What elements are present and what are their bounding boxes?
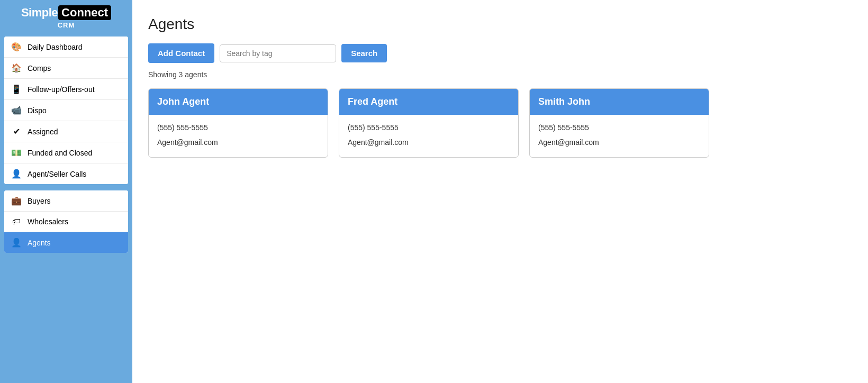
- sidebar-item-dispo[interactable]: 📹Dispo: [4, 100, 128, 121]
- dispo-icon: 📹: [11, 105, 22, 115]
- follow-up-icon: 📱: [11, 84, 22, 94]
- sidebar-item-comps[interactable]: 🏠Comps: [4, 58, 128, 79]
- sidebar-item-funded-closed[interactable]: 💵Funded and Closed: [4, 142, 128, 163]
- add-contact-button[interactable]: Add Contact: [148, 43, 214, 63]
- logo-box: SimpleConnect: [21, 5, 111, 20]
- sidebar-item-label: Buyers: [28, 197, 51, 205]
- agents-icon: 👤: [11, 238, 22, 248]
- sidebar-item-follow-up[interactable]: 📱Follow-up/Offers-out: [4, 79, 128, 100]
- sidebar-item-assigned[interactable]: ✔Assigned: [4, 121, 128, 142]
- sidebar-item-wholesalers[interactable]: 🏷Wholesalers: [4, 212, 128, 232]
- agent-card-body: (555) 555-5555 Agent@gmail.com: [149, 115, 328, 157]
- sidebar-item-daily-dashboard[interactable]: 🎨Daily Dashboard: [4, 37, 128, 58]
- sidebar-item-label: Assigned: [28, 127, 58, 136]
- agent-name: Smith John: [530, 89, 709, 115]
- sidebar-item-label: Agents: [28, 239, 51, 247]
- search-input[interactable]: [220, 44, 336, 62]
- agent-card-body: (555) 555-5555 Agent@gmail.com: [530, 115, 709, 157]
- wholesalers-icon: 🏷: [11, 217, 22, 226]
- page-title: Agents: [148, 16, 852, 33]
- daily-dashboard-icon: 🎨: [11, 42, 22, 52]
- agent-card[interactable]: Fred Agent (555) 555-5555 Agent@gmail.co…: [339, 88, 519, 158]
- agent-phone: (555) 555-5555: [538, 123, 700, 132]
- search-button[interactable]: Search: [341, 44, 387, 62]
- sidebar-item-label: Dispo: [28, 106, 47, 115]
- funded-closed-icon: 💵: [11, 148, 22, 158]
- agent-phone: (555) 555-5555: [348, 123, 510, 132]
- logo-simple: Simple: [21, 6, 58, 20]
- sidebar-item-label: Follow-up/Offers-out: [28, 85, 95, 94]
- logo-area: SimpleConnect CRM: [0, 0, 132, 33]
- main-content: Agents Add Contact Search Showing 3 agen…: [132, 0, 868, 383]
- agent-email: Agent@gmail.com: [157, 138, 319, 147]
- logo-connect: Connect: [58, 5, 111, 20]
- assigned-icon: ✔: [11, 126, 22, 136]
- comps-icon: 🏠: [11, 63, 22, 73]
- sidebar-item-agents[interactable]: 👤Agents: [4, 232, 128, 253]
- sidebar-item-label: Funded and Closed: [28, 149, 92, 157]
- sidebar-item-agent-seller-calls[interactable]: 👤Agent/Seller Calls: [4, 163, 128, 184]
- showing-label: Showing 3 agents: [148, 70, 852, 79]
- sidebar-item-label: Daily Dashboard: [28, 43, 83, 51]
- agent-email: Agent@gmail.com: [538, 138, 700, 147]
- toolbar: Add Contact Search: [148, 43, 852, 63]
- sidebar-item-label: Wholesalers: [28, 217, 68, 226]
- agent-phone: (555) 555-5555: [157, 123, 319, 132]
- agent-card[interactable]: Smith John (555) 555-5555 Agent@gmail.co…: [529, 88, 709, 158]
- sidebar-item-label: Comps: [28, 64, 51, 72]
- agent-email: Agent@gmail.com: [348, 138, 510, 147]
- agent-name: John Agent: [149, 89, 328, 115]
- nav-top-section: 🎨Daily Dashboard🏠Comps📱Follow-up/Offers-…: [4, 37, 128, 184]
- agent-name: Fred Agent: [339, 89, 518, 115]
- agents-grid: John Agent (555) 555-5555 Agent@gmail.co…: [148, 88, 852, 158]
- agent-seller-calls-icon: 👤: [11, 169, 22, 179]
- buyers-icon: 💼: [11, 196, 22, 206]
- sidebar-item-buyers[interactable]: 💼Buyers: [4, 190, 128, 212]
- sidebar: SimpleConnect CRM 🎨Daily Dashboard🏠Comps…: [0, 0, 132, 383]
- agent-card[interactable]: John Agent (555) 555-5555 Agent@gmail.co…: [148, 88, 328, 158]
- agent-card-body: (555) 555-5555 Agent@gmail.com: [339, 115, 518, 157]
- nav-bottom-section: 💼Buyers🏷Wholesalers👤Agents: [4, 190, 128, 253]
- sidebar-item-label: Agent/Seller Calls: [28, 170, 86, 178]
- logo-crm: CRM: [58, 21, 75, 29]
